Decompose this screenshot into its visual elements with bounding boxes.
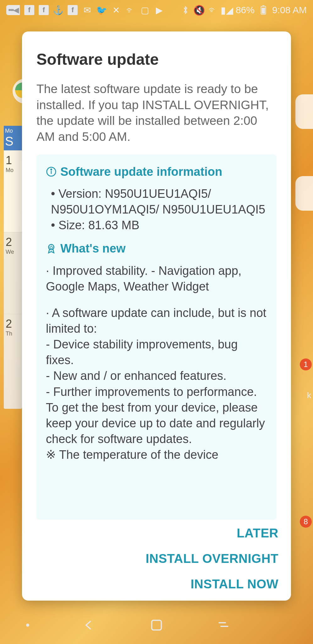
dialog-actions: LATER INSTALL OVERNIGHT INSTALL NOW [22,520,291,601]
cal-num: 1 [6,154,20,167]
dialog-description: The latest software update is ready to b… [36,81,277,145]
cal-dow: Th [6,330,20,337]
cal-dow: Mo [6,167,20,174]
anchor-icon: ⚓ [53,5,63,15]
install-overnight-button[interactable]: INSTALL OVERNIGHT [146,552,278,566]
info-heading: Software update information [46,164,267,180]
gmail-icon: ✉ [82,5,92,15]
back-button[interactable] [81,617,97,633]
cal-num: 2 [6,236,20,249]
changelog-tail: To get the best from your device, please… [46,400,267,447]
whatsnew-heading: What's new [46,241,267,256]
nav-dot [26,624,29,627]
whatsnew-heading-label: What's new [60,241,126,256]
bluetooth-icon [180,5,190,15]
changelog-subline: Further improvements to performance. [46,384,267,400]
statusbar: •••◀ f f ⚓ f ✉ 🐦 ✕ ᯤ ▢ ▶ 🔇 ᯤ ▮◢ 86% 9:08… [0,0,313,20]
info-icon [46,166,57,177]
info-heading-label: Software update information [60,164,222,180]
recents-button[interactable] [216,617,232,633]
app-label-fragment: k [307,391,311,400]
svg-point-5 [51,169,52,170]
update-info-panel[interactable]: Software update information Version: N95… [36,154,277,520]
missed-call-icon: ✕ [111,5,121,15]
cal-dow: We [6,249,20,255]
wifi-icon: ᯤ [208,5,218,15]
notification-badge: 8 [300,516,312,528]
homescreen-app-bg [295,176,313,211]
clock: 9:08 AM [272,5,307,15]
youtube-icon: ▶ [154,5,164,15]
changelog-subline: New and / or enhanced features. [46,368,267,384]
battery-icon [258,5,268,15]
battery-percent: 86% [236,5,255,15]
facebook-icon: f [39,5,49,15]
install-now-button[interactable]: INSTALL NOW [190,577,278,591]
svg-rect-7 [152,620,162,630]
cal-num: 2 [6,317,20,330]
svg-rect-1 [262,5,264,6]
facebook-icon: f [24,5,34,15]
twitter-icon: 🐦 [96,5,107,15]
mute-icon: 🔇 [194,5,204,15]
changelog-line: Improved stability. - Navigation app, Go… [46,263,267,294]
navigation-bar [0,606,313,644]
cal-day: S [5,134,21,148]
cal-dow: Mo [5,128,21,134]
size-line: Size: 81.63 MB [51,217,267,233]
scroll-fade [36,507,277,520]
more-notifications-icon: •••◀ [6,5,20,15]
award-icon [46,243,57,254]
calendar-widget-bg: Mo S 1 Mo 2 We 2 Th [4,126,22,409]
later-button[interactable]: LATER [237,526,278,540]
svg-rect-2 [262,8,265,14]
dialog-body: Software update The latest software upda… [22,31,291,520]
signal-icon: ▮◢ [222,5,232,15]
facebook-icon: f [68,5,78,15]
home-button[interactable] [149,617,164,633]
homescreen-app-bg [295,94,313,129]
changelog-line: A software update can include, but is no… [46,305,267,336]
wifi-calling-icon: ᯤ [125,5,135,15]
sim-icon: ▢ [140,5,150,15]
dialog-title: Software update [36,50,277,69]
software-update-dialog: Software update The latest software upda… [22,31,291,601]
notification-badge: 1 [300,358,312,370]
version-line: Version: N950U1UEU1AQI5/ N950U1OYM1AQI5/… [51,186,267,217]
changelog-subline: Device stability improvements, bug fixes… [46,336,267,368]
changelog-footnote: The temperature of the device [46,447,267,463]
